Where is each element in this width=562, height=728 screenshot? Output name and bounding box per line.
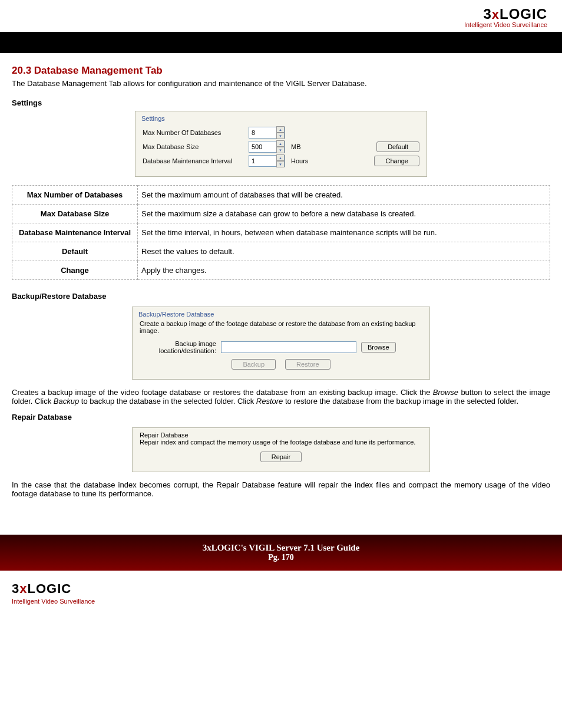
max-size-unit: MB <box>291 143 301 150</box>
interval-unit: Hours <box>291 157 308 164</box>
table-desc: Set the maximum size a database can grow… <box>138 205 550 223</box>
table-desc: Set the maximum amount of databases that… <box>138 186 550 205</box>
backup-desc: Create a backup image of the footage dat… <box>140 320 422 334</box>
settings-fieldset: Settings Max Number Of Databases 8 ▲ ▼ M… <box>135 111 427 177</box>
settings-legend: Settings <box>139 115 167 122</box>
section-title: 20.3 Database Management Tab <box>12 65 550 77</box>
table-row: Change Apply the changes. <box>12 261 550 280</box>
settings-heading: Settings <box>12 98 550 107</box>
backup-paragraph: Creates a backup image of the video foot… <box>12 388 550 406</box>
spin-up-icon[interactable]: ▲ <box>276 154 285 161</box>
max-size-input[interactable]: 500 ▲ ▼ <box>249 141 285 153</box>
max-db-label: Max Number Of Databases <box>143 129 249 136</box>
logo-prefix: 3 <box>483 6 491 22</box>
footer-bar: 3xLOGIC's VIGIL Server 7.1 User Guide Pg… <box>0 535 562 571</box>
settings-table: Max Number of Databases Set the maximum … <box>12 185 550 280</box>
footer-page: Pg. 170 <box>0 553 562 562</box>
spin-down-icon[interactable]: ▼ <box>276 147 285 153</box>
logo-suffix: LOGIC <box>28 581 72 596</box>
repair-paragraph: In the case that the database index beco… <box>12 480 550 498</box>
spin-up-icon[interactable]: ▲ <box>276 126 285 133</box>
logo-prefix: 3 <box>12 581 19 596</box>
default-button[interactable]: Default <box>376 141 419 152</box>
spin-down-icon[interactable]: ▼ <box>276 161 285 167</box>
logo-suffix: LOGIC <box>500 6 547 22</box>
change-button[interactable]: Change <box>374 156 419 166</box>
table-row: Default Reset the values to default. <box>12 242 550 261</box>
logo-x: x <box>19 581 27 596</box>
backup-legend: Backup/Restore Database <box>136 311 216 318</box>
repair-heading: Repair Database <box>12 413 550 421</box>
header-black-bar <box>0 32 562 53</box>
table-desc: Apply the changes. <box>138 261 550 280</box>
max-db-input[interactable]: 8 ▲ ▼ <box>249 127 285 139</box>
footer-title: 3xLOGIC's VIGIL Server 7.1 User Guide <box>0 543 562 553</box>
table-desc: Reset the values to default. <box>138 242 550 261</box>
table-label: Max Number of Databases <box>12 186 138 205</box>
section-intro: The Database Management Tab allows for c… <box>12 79 550 88</box>
browse-button[interactable]: Browse <box>361 342 396 353</box>
backup-button[interactable]: Backup <box>232 359 276 370</box>
table-row: Max Database Size Set the maximum size a… <box>12 205 550 223</box>
interval-label: Database Maintenance Interval <box>143 157 249 164</box>
table-desc: Set the time interval, in hours, between… <box>138 223 550 242</box>
table-label: Max Database Size <box>12 205 138 223</box>
repair-legend: Repair Database <box>140 431 189 439</box>
backup-heading: Backup/Restore Database <box>12 292 550 301</box>
header-logo: 3xLOGIC Intelligent Video Surveillance <box>12 6 550 28</box>
spin-up-icon[interactable]: ▲ <box>276 140 285 147</box>
repair-desc: Repair index and compact the memory usag… <box>140 439 422 446</box>
backup-path-input[interactable] <box>221 341 356 353</box>
restore-button[interactable]: Restore <box>285 359 330 370</box>
logo-tagline: Intelligent Video Surveillance <box>12 598 95 605</box>
repair-fieldset: Repair Database Repair index and compact… <box>132 427 430 472</box>
footer-logo: 3xLOGIC Intelligent Video Surveillance <box>0 571 562 611</box>
interval-input[interactable]: 1 ▲ ▼ <box>249 155 285 167</box>
max-size-label: Max Database Size <box>143 143 249 150</box>
table-label: Change <box>12 261 138 280</box>
backup-path-label: Backup image location/destination: <box>140 340 221 354</box>
table-row: Max Number of Databases Set the maximum … <box>12 186 550 205</box>
table-label: Default <box>12 242 138 261</box>
table-row: Database Maintenance Interval Set the ti… <box>12 223 550 242</box>
table-label: Database Maintenance Interval <box>12 223 138 242</box>
repair-button[interactable]: Repair <box>260 452 302 462</box>
spin-down-icon[interactable]: ▼ <box>276 133 285 139</box>
logo-tagline: Intelligent Video Surveillance <box>12 21 547 28</box>
logo-x: x <box>492 7 500 22</box>
backup-fieldset: Backup/Restore Database Create a backup … <box>132 307 430 380</box>
